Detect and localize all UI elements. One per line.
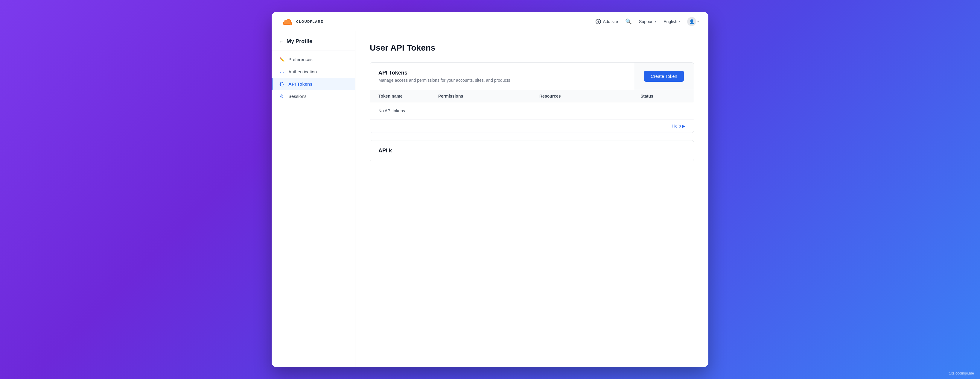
language-dropdown[interactable]: English ▾ xyxy=(663,19,680,24)
sidebar-item-label: API Tokens xyxy=(288,82,313,86)
sidebar-item-api-tokens[interactable]: {} API Tokens xyxy=(272,78,355,90)
support-label: Support xyxy=(639,19,654,24)
sidebar-item-preferences[interactable]: ✏️ Preferences xyxy=(272,53,355,66)
chevron-down-icon: ▾ xyxy=(678,20,680,23)
cloudflare-logo-icon xyxy=(281,18,294,26)
col-permissions: Permissions xyxy=(438,94,539,99)
second-card-title: API k xyxy=(379,147,685,154)
create-token-button[interactable]: Create Token xyxy=(644,70,684,82)
topnav-actions: + Add site 🔍 Support ▾ English ▾ 👤 ▾ xyxy=(596,17,699,26)
back-arrow-icon: ← xyxy=(279,39,283,44)
search-icon: 🔍 xyxy=(625,18,632,25)
clock-icon: ⏱ xyxy=(279,94,285,99)
user-menu-button[interactable]: 👤 ▾ xyxy=(687,17,699,26)
chevron-down-icon: ▾ xyxy=(655,20,656,23)
plus-circle-icon: + xyxy=(596,19,601,24)
col-token-name: Token name xyxy=(379,94,438,99)
sidebar-item-sessions[interactable]: ⏱ Sessions xyxy=(272,90,355,102)
sidebar-back-button[interactable]: ← My Profile xyxy=(272,38,355,51)
search-button[interactable]: 🔍 xyxy=(625,18,632,25)
main-layout: ← My Profile ✏️ Preferences 🗝 Authentica… xyxy=(272,31,708,367)
second-card: API k xyxy=(370,140,694,162)
support-dropdown[interactable]: Support ▾ xyxy=(639,19,656,24)
tokens-table: Token name Permissions Resources Status … xyxy=(370,90,694,120)
help-label: Help xyxy=(672,124,681,128)
language-label: English xyxy=(663,19,677,24)
card-section-desc: Manage access and permissions for your a… xyxy=(379,78,625,83)
api-tokens-card: API Tokens Manage access and permissions… xyxy=(370,62,694,133)
card-header-left: API Tokens Manage access and permissions… xyxy=(370,62,634,90)
sidebar-item-label: Sessions xyxy=(288,94,307,99)
attribution-text: tuts.codingo.me xyxy=(948,371,974,376)
top-navigation: CLOUDFLARE + Add site 🔍 Support ▾ Englis… xyxy=(272,12,708,31)
help-arrow-icon: ▶ xyxy=(682,124,685,128)
table-footer: Help ▶ xyxy=(370,120,694,133)
sidebar-item-label: Authentication xyxy=(288,69,317,74)
card-header: API Tokens Manage access and permissions… xyxy=(370,62,694,90)
main-content: User API Tokens API Tokens Manage access… xyxy=(355,31,708,367)
col-status: Status xyxy=(641,94,685,99)
logo-area: CLOUDFLARE xyxy=(281,18,323,26)
sidebar-item-authentication[interactable]: 🗝 Authentication xyxy=(272,66,355,78)
chevron-down-icon: ▾ xyxy=(697,20,699,23)
help-link[interactable]: Help ▶ xyxy=(672,124,685,128)
page-title: User API Tokens xyxy=(370,43,694,53)
braces-icon: {} xyxy=(279,82,285,86)
add-site-button[interactable]: + Add site xyxy=(596,19,618,24)
logo-text: CLOUDFLARE xyxy=(296,20,323,23)
sidebar-back-title: My Profile xyxy=(286,38,312,45)
col-resources: Resources xyxy=(539,94,641,99)
table-empty-row: No API tokens xyxy=(370,102,694,120)
add-site-label: Add site xyxy=(603,19,618,24)
table-header-row: Token name Permissions Resources Status xyxy=(370,90,694,102)
edit-icon: ✏️ xyxy=(279,57,285,62)
card-section-title: API Tokens xyxy=(379,70,625,76)
card-header-right: Create Token xyxy=(634,62,694,90)
sidebar-divider xyxy=(272,105,355,105)
key-icon: 🗝 xyxy=(279,69,285,74)
sidebar: ← My Profile ✏️ Preferences 🗝 Authentica… xyxy=(272,31,355,367)
user-avatar-icon: 👤 xyxy=(687,17,696,26)
sidebar-item-label: Preferences xyxy=(288,57,313,62)
